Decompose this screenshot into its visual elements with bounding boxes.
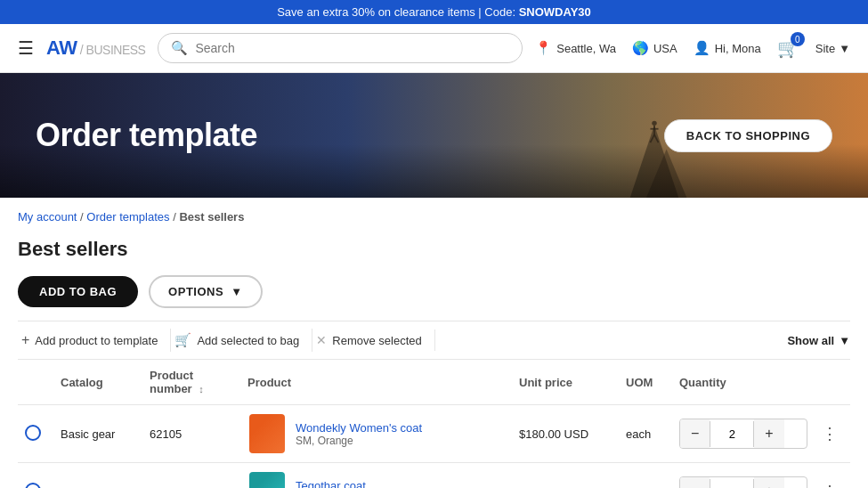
col-header-check bbox=[18, 360, 53, 405]
table-header-row: Catalog Product number ↕ Product Unit pr… bbox=[18, 360, 850, 405]
promo-bar: Save an extra 30% on clearance items | C… bbox=[0, 0, 868, 24]
header: ☰ AW / BUSINESS 🔍 📍 Seattle, Wa 🌎 USA 👤 … bbox=[0, 24, 868, 73]
user-item[interactable]: 👤 Hi, Mona bbox=[694, 40, 761, 56]
row-catalog-1: Basic gear bbox=[53, 463, 142, 489]
svg-point-2 bbox=[652, 121, 656, 126]
radio-circle-1[interactable] bbox=[25, 483, 41, 489]
user-label: Hi, Mona bbox=[715, 42, 761, 55]
row-more-1[interactable]: ⋮ bbox=[815, 463, 850, 489]
options-button[interactable]: OPTIONS ▼ bbox=[149, 275, 262, 308]
breadcrumb-current: Best sellers bbox=[179, 210, 244, 224]
breadcrumb-order-templates[interactable]: Order templates bbox=[86, 210, 169, 224]
row-more-0[interactable]: ⋮ bbox=[815, 405, 850, 463]
row-unit-price-0: $180.00 USD bbox=[512, 405, 619, 463]
col-header-product-number[interactable]: Product number ↕ bbox=[142, 360, 240, 405]
promo-code: SNOWDAY30 bbox=[519, 5, 591, 19]
cart-badge: 0 bbox=[791, 32, 805, 46]
location-icon: 📍 bbox=[535, 40, 552, 56]
qty-control-0: − + bbox=[679, 419, 807, 449]
col-header-quantity: Quantity bbox=[672, 360, 815, 405]
add-product-button[interactable]: + Add product to template bbox=[18, 329, 171, 352]
hamburger-icon[interactable]: ☰ bbox=[18, 37, 34, 59]
main-content: Best sellers ADD TO BAG OPTIONS ▼ + Add … bbox=[0, 229, 868, 488]
col-header-product: Product bbox=[240, 360, 512, 405]
location-label: Seattle, Wa bbox=[556, 42, 616, 55]
col-header-uom: UOM bbox=[619, 360, 672, 405]
user-icon: 👤 bbox=[694, 40, 710, 56]
qty-input-0[interactable] bbox=[710, 421, 754, 447]
product-link-1[interactable]: Tegothar coat bbox=[296, 479, 366, 489]
action-row: ADD TO BAG OPTIONS ▼ bbox=[18, 275, 850, 308]
globe-icon: 🌎 bbox=[632, 40, 649, 56]
qty-decrease-0[interactable]: − bbox=[680, 419, 710, 448]
products-table: Catalog Product number ↕ Product Unit pr… bbox=[18, 360, 850, 488]
hero-section: Order template BACK TO SHOPPING bbox=[0, 73, 868, 198]
more-icon-0[interactable]: ⋮ bbox=[822, 425, 838, 443]
qty-control-1: − + bbox=[679, 476, 807, 488]
qty-decrease-1[interactable]: − bbox=[680, 477, 710, 488]
chevron-down-icon: ▼ bbox=[839, 42, 850, 55]
toolbar-row: + Add product to template 🛒 Add selected… bbox=[18, 321, 850, 360]
col-header-more bbox=[815, 360, 850, 405]
chevron-down-icon: ▼ bbox=[231, 285, 242, 298]
breadcrumb: My account / Order templates / Best sell… bbox=[0, 198, 868, 229]
add-product-label: Add product to template bbox=[35, 334, 158, 347]
add-selected-label: Add selected to bag bbox=[197, 334, 299, 347]
row-check-1[interactable] bbox=[18, 463, 53, 489]
row-product-number-0: 62105 bbox=[142, 405, 240, 463]
promo-text: Save an extra 30% on clearance items | C… bbox=[277, 5, 518, 19]
show-all-button[interactable]: Show all ▼ bbox=[787, 334, 850, 347]
show-all-label: Show all bbox=[787, 334, 834, 347]
qty-increase-0[interactable]: + bbox=[754, 419, 783, 448]
table-row: Basic gear 62105 Wondekly Women's coat S… bbox=[18, 405, 850, 463]
table-row: Basic gear 62100 Tegothar coat SM, Blue … bbox=[18, 463, 850, 489]
search-input[interactable] bbox=[195, 41, 509, 55]
country-label: USA bbox=[653, 42, 677, 55]
row-unit-price-1: $75.00 USD bbox=[512, 463, 619, 489]
add-selected-button[interactable]: 🛒 Add selected to bag bbox=[171, 329, 312, 352]
section-title: Best sellers bbox=[18, 238, 850, 261]
search-bar[interactable]: 🔍 bbox=[158, 33, 523, 63]
options-label: OPTIONS bbox=[168, 285, 223, 298]
location-item[interactable]: 📍 Seattle, Wa bbox=[535, 40, 616, 56]
bag-icon: 🛒 bbox=[174, 332, 191, 348]
row-product-0: Wondekly Women's coat SM, Orange bbox=[240, 405, 512, 463]
product-image-0 bbox=[247, 414, 287, 453]
product-link-0[interactable]: Wondekly Women's coat bbox=[296, 421, 422, 435]
hero-title: Order template bbox=[36, 117, 257, 154]
col-header-unit-price: Unit price bbox=[512, 360, 619, 405]
header-right: 📍 Seattle, Wa 🌎 USA 👤 Hi, Mona 🛒 0 Site … bbox=[535, 37, 850, 59]
qty-input-1[interactable] bbox=[710, 479, 754, 489]
add-to-bag-button[interactable]: ADD TO BAG bbox=[18, 276, 138, 307]
site-label: Site bbox=[815, 42, 835, 55]
row-product-1: Tegothar coat SM, Blue bbox=[240, 463, 512, 489]
search-icon: 🔍 bbox=[171, 40, 188, 56]
remove-selected-label: Remove selected bbox=[332, 334, 421, 347]
row-uom-1: each bbox=[619, 463, 672, 489]
remove-selected-button[interactable]: ✕ Remove selected bbox=[312, 329, 434, 351]
row-quantity-0: − + bbox=[672, 405, 815, 463]
qty-increase-1[interactable]: + bbox=[754, 477, 783, 488]
site-selector[interactable]: Site ▼ bbox=[815, 42, 850, 55]
cart-icon-wrap[interactable]: 🛒 0 bbox=[777, 37, 799, 59]
row-quantity-1: − + bbox=[672, 463, 815, 489]
product-image-1 bbox=[247, 472, 287, 488]
col-header-catalog: Catalog bbox=[53, 360, 142, 405]
radio-circle-0[interactable] bbox=[25, 425, 41, 441]
chevron-down-icon: ▼ bbox=[839, 334, 850, 347]
row-product-number-1: 62100 bbox=[142, 463, 240, 489]
breadcrumb-my-account[interactable]: My account bbox=[18, 210, 77, 224]
row-uom-0: each bbox=[619, 405, 672, 463]
row-check-0[interactable] bbox=[18, 405, 53, 463]
country-item[interactable]: 🌎 USA bbox=[632, 40, 677, 56]
x-icon: ✕ bbox=[316, 333, 327, 347]
logo: AW / BUSINESS bbox=[46, 37, 145, 60]
row-catalog-0: Basic gear bbox=[53, 405, 142, 463]
plus-icon: + bbox=[21, 332, 29, 348]
more-icon-1[interactable]: ⋮ bbox=[822, 483, 838, 488]
back-to-shopping-button[interactable]: BACK TO SHOPPING bbox=[664, 119, 832, 152]
product-sub-0: SM, Orange bbox=[296, 435, 422, 447]
sort-icon: ↕ bbox=[199, 384, 204, 394]
